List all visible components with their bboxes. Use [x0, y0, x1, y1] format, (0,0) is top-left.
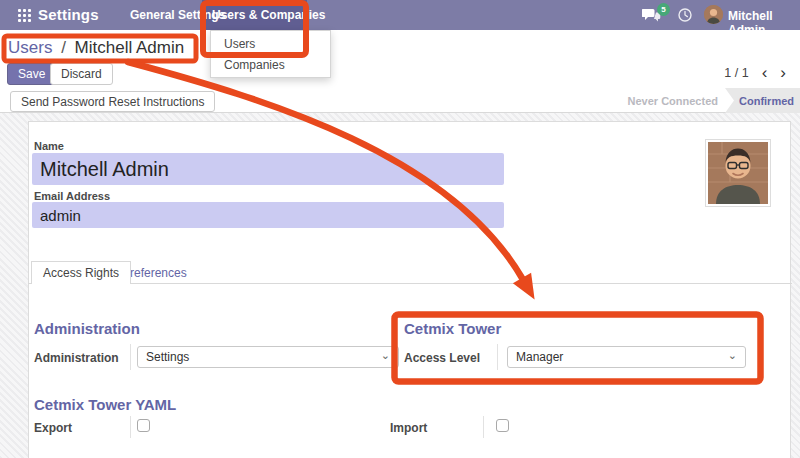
dropdown-item-companies[interactable]: Companies [211, 54, 330, 75]
breadcrumb-separator: / [61, 38, 66, 57]
chevron-down-icon: ⌄ [381, 349, 390, 362]
cetmix-yaml-section-title: Cetmix Tower YAML [34, 396, 176, 413]
separator [130, 344, 131, 370]
import-label: Import [390, 421, 427, 435]
message-count-badge[interactable]: 5 [657, 3, 670, 16]
breadcrumb-current: Mitchell Admin [75, 38, 185, 57]
email-input[interactable]: admin [32, 202, 504, 228]
status-bar: Never Connected Confirmed [628, 88, 800, 113]
odoo-settings-window: Settings General Settings Users & Compan… [0, 0, 800, 458]
import-checkbox[interactable] [496, 419, 509, 432]
pager-count: 1 / 1 [724, 66, 748, 80]
administration-select[interactable]: Settings ⌄ [137, 346, 399, 368]
name-input[interactable]: Mitchell Admin [32, 153, 504, 185]
name-label: Name [34, 140, 64, 152]
export-label: Export [34, 421, 72, 435]
separator [497, 344, 498, 370]
breadcrumb: Users / Mitchell Admin [8, 38, 184, 58]
separator [483, 416, 484, 438]
top-navbar: Settings General Settings Users & Compan… [0, 0, 800, 30]
access-level-label: Access Level [404, 351, 480, 365]
activities-clock-icon[interactable] [678, 8, 692, 26]
pager-previous-icon[interactable]: ‹ [762, 64, 768, 81]
user-avatar-small[interactable] [704, 5, 723, 24]
separator [130, 416, 131, 438]
chevron-down-icon: ⌄ [728, 349, 737, 362]
save-button[interactable]: Save [7, 63, 56, 85]
send-password-reset-button[interactable]: Send Password Reset Instructions [10, 91, 215, 112]
export-checkbox[interactable] [137, 419, 150, 432]
administration-field-label: Administration [34, 351, 119, 365]
pager: 1 / 1 ‹ › [724, 64, 786, 81]
administration-select-value: Settings [146, 350, 189, 364]
dropdown-item-users[interactable]: Users [211, 33, 330, 54]
access-level-select-value: Manager [516, 350, 563, 364]
users-companies-dropdown: Users Companies [210, 30, 331, 78]
email-label: Email Address [34, 190, 110, 202]
user-photo[interactable] [705, 139, 771, 207]
administration-section-title: Administration [34, 320, 140, 337]
menu-users-companies[interactable]: Users & Companies [212, 0, 325, 30]
apps-grid-icon[interactable] [18, 9, 31, 22]
access-level-select[interactable]: Manager ⌄ [507, 346, 746, 368]
cetmix-tower-section-title: Cetmix Tower [404, 320, 501, 337]
tab-access-rights[interactable]: Access Rights [31, 261, 131, 284]
pager-next-icon[interactable]: › [780, 64, 786, 81]
status-confirmed[interactable]: Confirmed [725, 88, 800, 113]
app-title[interactable]: Settings [38, 6, 99, 23]
discard-button[interactable]: Discard [50, 63, 113, 85]
breadcrumb-users-link[interactable]: Users [8, 38, 52, 57]
status-never-connected[interactable]: Never Connected [628, 95, 718, 107]
user-menu[interactable]: Mitchell Admin [728, 9, 800, 37]
